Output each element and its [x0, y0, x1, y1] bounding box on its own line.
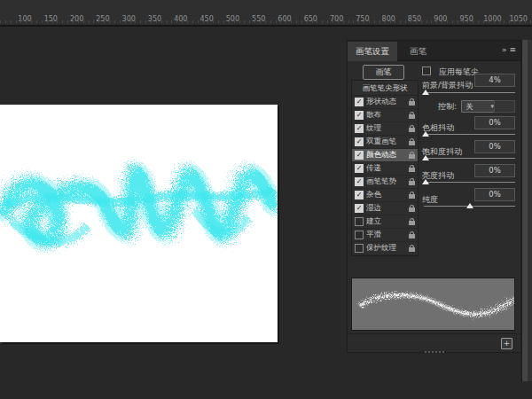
brush-option-label: 杂色 — [366, 190, 406, 200]
fg-bg-jitter-row: 前景/背景抖动 4% — [422, 74, 515, 87]
checkbox-icon[interactable]: ✓ — [355, 177, 364, 186]
panel-dock-strip[interactable] — [521, 40, 532, 381]
lock-icon[interactable] — [409, 247, 415, 252]
lock-icon[interactable] — [409, 234, 415, 239]
document-canvas[interactable] — [0, 105, 278, 342]
purity-value[interactable]: 0% — [474, 188, 515, 201]
ruler-label: 150 — [44, 15, 58, 23]
brush-option-row[interactable]: 建立 — [352, 215, 418, 229]
checkbox-icon[interactable] — [355, 231, 364, 239]
lock-icon[interactable] — [409, 114, 415, 119]
brush-option-label: 平滑 — [366, 230, 406, 240]
control-label: 控制: — [438, 101, 457, 113]
brush-option-row[interactable]: ✓ 颜色动态 — [352, 149, 418, 162]
checkbox-icon[interactable]: ✓ — [355, 137, 364, 146]
hue-jitter-slider[interactable] — [424, 134, 515, 135]
brush-option-row[interactable]: ✓ 湿边 — [352, 202, 418, 215]
ruler-label: 500 — [226, 15, 239, 23]
control-dropdown[interactable]: 关 ▾ — [461, 100, 498, 113]
fg-bg-jitter-label: 前景/背景抖动 — [422, 81, 473, 90]
ruler-label: 100 — [18, 15, 31, 23]
brush-option-row[interactable]: ✓ 传递 — [352, 162, 418, 176]
control-selected-value: 关 — [466, 100, 473, 113]
ruler-label: 200 — [70, 15, 83, 23]
brush-option-label: 湿边 — [366, 203, 406, 214]
brush-option-row[interactable]: 保护纹理 — [352, 242, 418, 255]
slider-thumb[interactable] — [422, 155, 429, 160]
control-disabled-field — [494, 100, 515, 113]
brightness-jitter-value[interactable]: 0% — [474, 164, 515, 177]
collapse-panel-icon[interactable]: » — [502, 45, 507, 54]
brush-option-row[interactable]: ✓ 纹理 — [352, 122, 418, 136]
panel-header-icons: »≡ — [499, 41, 516, 60]
ruler-label: 450 — [200, 15, 213, 23]
fg-bg-jitter-slider[interactable] — [424, 92, 515, 93]
fg-bg-jitter-value[interactable]: 4% — [474, 74, 515, 87]
ruler-label: 400 — [174, 15, 187, 23]
checkbox-icon[interactable] — [355, 244, 364, 253]
brightness-jitter-slider[interactable] — [424, 182, 515, 183]
checkbox-icon[interactable]: ✓ — [355, 111, 364, 120]
lock-icon[interactable] — [409, 207, 415, 212]
brush-option-row[interactable]: ✓ 画笔笔势 — [352, 176, 418, 189]
lock-icon[interactable] — [409, 168, 415, 172]
ruler-label: 850 — [408, 15, 421, 23]
lock-icon[interactable] — [409, 101, 415, 106]
purity-row: 纯度 0% — [422, 189, 515, 201]
brush-option-row[interactable]: ✓ 双重画笔 — [352, 136, 418, 149]
brush-options-list: 画笔笔尖形状 ✓ 形状动态 ✓ 散布 ✓ 纹理 ✓ 双重画笔 ✓ 颜色动态 ✓ … — [351, 80, 419, 256]
checkbox-icon[interactable]: ✓ — [355, 204, 364, 213]
ruler-label: 1000 — [483, 15, 501, 23]
brush-option-row[interactable]: ✓ 杂色 — [352, 189, 418, 202]
horizontal-ruler: 1001502002503003504004505005506006507007… — [0, 0, 532, 27]
brush-option-row[interactable]: ✓ 散布 — [352, 109, 418, 122]
ruler-label: 950 — [459, 15, 473, 23]
brush-option-row[interactable]: ✓ 形状动态 — [352, 96, 418, 109]
ruler-label: 900 — [434, 15, 447, 23]
checkbox-icon[interactable]: ✓ — [355, 124, 364, 133]
ruler-label: 250 — [96, 15, 109, 23]
lock-icon[interactable] — [409, 194, 415, 199]
slider-thumb[interactable] — [422, 179, 429, 184]
ruler-label: 650 — [304, 15, 317, 23]
panel-bottom-bar: + — [348, 333, 520, 354]
brush-tip-shape-item[interactable]: 画笔笔尖形状 — [352, 81, 418, 96]
panel-content: 画笔 画笔笔尖形状 ✓ 形状动态 ✓ 散布 ✓ 纹理 ✓ 双重画笔 ✓ 颜色动态… — [348, 60, 520, 352]
ruler-label: 600 — [278, 15, 291, 23]
ruler-label: 300 — [122, 15, 136, 23]
brush-option-label: 传递 — [366, 163, 406, 174]
purity-slider[interactable] — [424, 206, 515, 207]
checkbox-icon[interactable]: ✓ — [355, 151, 364, 160]
saturation-jitter-slider[interactable] — [424, 158, 515, 159]
lock-icon[interactable] — [409, 154, 415, 159]
brush-option-label: 保护纹理 — [366, 243, 406, 254]
checkbox-icon[interactable]: ✓ — [355, 98, 364, 106]
checkbox-icon[interactable]: ✓ — [355, 191, 364, 200]
checkbox-icon[interactable]: ✓ — [355, 164, 364, 173]
panel-tab-bar: 画笔设置 画笔 »≡ — [348, 41, 520, 61]
saturation-jitter-row: 饱和度抖动 0% — [422, 141, 515, 153]
lock-icon[interactable] — [409, 221, 415, 225]
slider-thumb[interactable] — [466, 203, 473, 208]
brush-option-label: 画笔笔势 — [366, 176, 406, 187]
slider-thumb[interactable] — [422, 90, 429, 95]
ruler-label: 350 — [148, 15, 161, 23]
lock-icon[interactable] — [409, 181, 415, 185]
tab-brush-settings[interactable]: 画笔设置 — [348, 42, 397, 61]
panel-menu-icon[interactable]: ≡ — [509, 45, 516, 54]
new-brush-button[interactable]: + — [501, 338, 512, 349]
ruler-label: 1050 — [510, 15, 528, 23]
brush-option-label: 双重画笔 — [366, 137, 406, 147]
checkbox-icon[interactable] — [355, 217, 364, 226]
brush-option-label: 形状动态 — [366, 97, 406, 107]
brush-option-row[interactable]: 平滑 — [352, 229, 418, 242]
lock-icon[interactable] — [409, 128, 415, 132]
hue-jitter-value[interactable]: 0% — [474, 116, 515, 129]
saturation-jitter-value[interactable]: 0% — [474, 140, 515, 153]
lock-icon[interactable] — [409, 141, 415, 145]
slider-thumb[interactable] — [422, 131, 429, 137]
brushes-button[interactable]: 画笔 — [363, 65, 404, 80]
tab-brushes[interactable]: 画笔 — [402, 42, 434, 61]
brush-stroke-preview — [351, 278, 515, 331]
purity-label: 纯度 — [422, 195, 438, 204]
